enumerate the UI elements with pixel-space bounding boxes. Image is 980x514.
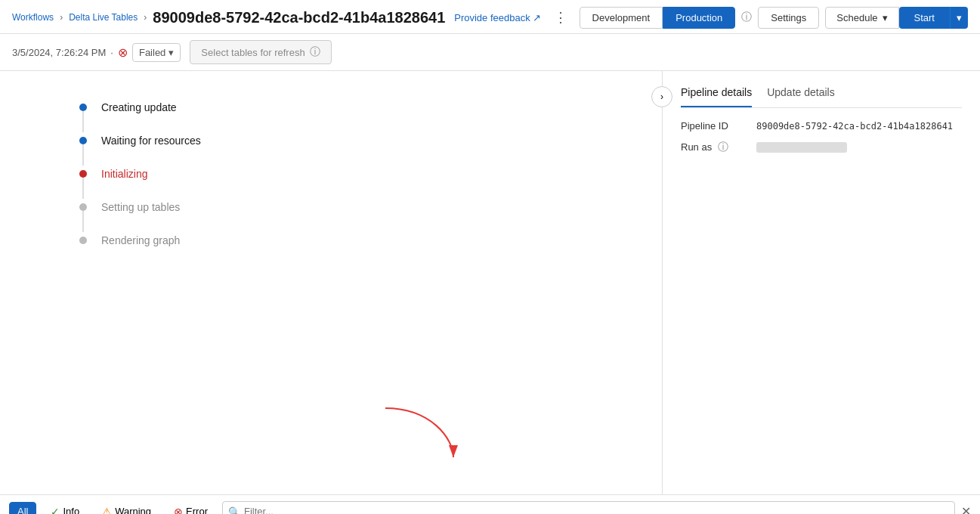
more-options-button[interactable]: ⋮ bbox=[548, 6, 573, 29]
details-tabs: Pipeline details Update details bbox=[681, 86, 962, 108]
step-initializing: Initializing bbox=[76, 168, 632, 201]
run-as-value bbox=[756, 142, 847, 153]
mode-info-icon[interactable]: ⓘ bbox=[741, 11, 752, 24]
pipeline-id-label: Pipeline ID bbox=[681, 120, 756, 132]
collapse-panel-button[interactable]: › bbox=[651, 86, 672, 107]
step-dot-4 bbox=[79, 203, 87, 211]
breadcrumb-sep2: › bbox=[144, 12, 147, 23]
status-dropdown[interactable]: Failed ▾ bbox=[132, 43, 181, 62]
filter-input[interactable] bbox=[222, 501, 955, 514]
datetime-label: 3/5/2024, 7:26:24 PM bbox=[12, 47, 106, 58]
warning-filter-icon: ⚠ bbox=[102, 506, 112, 515]
breadcrumb-workflows[interactable]: Workflows bbox=[12, 12, 54, 23]
log-toolbar: All ✓ Info ⚠ Warning ⊗ Error 🔍 ✕ bbox=[0, 495, 980, 514]
log-area: All ✓ Info ⚠ Warning ⊗ Error 🔍 ✕ ✓12 min… bbox=[0, 494, 980, 514]
filter-all-button[interactable]: All bbox=[9, 502, 36, 514]
schedule-start-group: Schedule ▾ Start ▾ bbox=[825, 7, 968, 29]
step-line-1 bbox=[82, 111, 84, 132]
search-icon: 🔍 bbox=[228, 506, 240, 514]
filter-warning-button[interactable]: ⚠ Warning bbox=[94, 502, 159, 515]
step-waiting: Waiting for resources bbox=[76, 135, 632, 168]
main-content: › Creating update Waiting for resources bbox=[0, 71, 980, 494]
tab-pipeline-details[interactable]: Pipeline details bbox=[681, 86, 752, 107]
step-dot-5 bbox=[79, 237, 87, 244]
step-creating-update: Creating update bbox=[76, 101, 632, 135]
run-as-label: Run as ⓘ bbox=[681, 141, 756, 154]
run-as-info-icon: ⓘ bbox=[718, 141, 728, 153]
filter-input-wrap: 🔍 bbox=[222, 501, 955, 514]
close-log-button[interactable]: ✕ bbox=[961, 504, 971, 514]
filter-info-button[interactable]: ✓ Info bbox=[42, 502, 88, 515]
pipeline-view: › Creating update Waiting for resources bbox=[0, 71, 663, 494]
details-panel: Pipeline details Update details Pipeline… bbox=[663, 71, 980, 494]
pipeline-id-value: 89009de8-5792-42ca-bcd2-41b4a1828641 bbox=[756, 121, 953, 132]
step-label-2: Waiting for resources bbox=[101, 135, 201, 168]
step-rendering: Rendering graph bbox=[76, 234, 632, 268]
select-tables-button[interactable]: Select tables for refresh ⓘ bbox=[190, 40, 331, 64]
run-as-row: Run as ⓘ bbox=[681, 141, 962, 154]
run-status: 3/5/2024, 7:26:24 PM · ⊗ Failed ▾ bbox=[12, 43, 181, 62]
breadcrumb-sep1: › bbox=[60, 12, 63, 23]
settings-button[interactable]: Settings bbox=[758, 7, 819, 29]
step-line-4 bbox=[82, 211, 84, 232]
step-line-3 bbox=[82, 178, 84, 199]
top-header: Workflows › Delta Live Tables › 89009de8… bbox=[0, 0, 980, 34]
chevron-down-icon-start: ▾ bbox=[957, 12, 962, 23]
breadcrumb-delta[interactable]: Delta Live Tables bbox=[69, 12, 138, 23]
mode-buttons: Development Production bbox=[580, 7, 736, 29]
step-dot-2 bbox=[79, 137, 87, 144]
filter-error-button[interactable]: ⊗ Error bbox=[165, 502, 216, 515]
select-tables-info-icon: ⓘ bbox=[310, 45, 320, 59]
pipeline-id-row: Pipeline ID 89009de8-5792-42ca-bcd2-41b4… bbox=[681, 120, 962, 132]
error-filter-icon: ⊗ bbox=[174, 506, 183, 515]
step-dot-3 bbox=[79, 170, 87, 178]
page-title: 89009de8-5792-42ca-bcd2-41b4a1828641 bbox=[153, 9, 445, 26]
separator: · bbox=[110, 47, 113, 58]
production-mode-button[interactable]: Production bbox=[663, 7, 735, 29]
step-setting-up: Setting up tables bbox=[76, 201, 632, 234]
info-filter-icon: ✓ bbox=[51, 506, 60, 515]
step-label-1: Creating update bbox=[101, 101, 177, 135]
chevron-down-icon-status: ▾ bbox=[168, 47, 174, 58]
header-right: ⋮ Development Production ⓘ Settings Sche… bbox=[548, 6, 968, 29]
step-label-3: Initializing bbox=[101, 168, 147, 201]
feedback-link[interactable]: Provide feedback ↗ bbox=[454, 12, 540, 23]
failed-icon: ⊗ bbox=[118, 45, 128, 60]
schedule-button[interactable]: Schedule ▾ bbox=[825, 7, 898, 29]
start-dropdown-button[interactable]: ▾ bbox=[950, 7, 968, 29]
step-dot-1 bbox=[79, 104, 87, 111]
external-link-icon: ↗ bbox=[533, 12, 541, 23]
development-mode-button[interactable]: Development bbox=[580, 7, 663, 29]
chevron-down-icon: ▾ bbox=[883, 12, 888, 23]
step-label-4: Setting up tables bbox=[101, 201, 180, 234]
start-button[interactable]: Start bbox=[899, 7, 950, 29]
toolbar: 3/5/2024, 7:26:24 PM · ⊗ Failed ▾ Select… bbox=[0, 34, 980, 71]
step-label-5: Rendering graph bbox=[101, 234, 180, 268]
title-row: 89009de8-5792-42ca-bcd2-41b4a1828641 Pro… bbox=[153, 9, 540, 26]
tab-update-details[interactable]: Update details bbox=[767, 86, 835, 107]
step-line-2 bbox=[82, 144, 84, 166]
steps-container: Creating update Waiting for resources In… bbox=[76, 101, 632, 268]
